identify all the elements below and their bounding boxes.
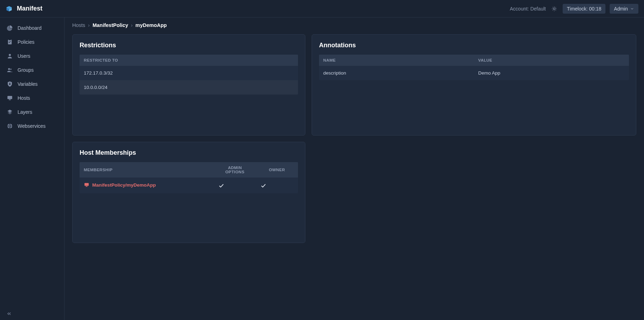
table-header: NAME (319, 55, 474, 66)
sidebar-item-label: Variables (18, 81, 38, 87)
sidebar-collapse-button[interactable] (0, 307, 64, 320)
breadcrumb-policy[interactable]: ManifestPolicy (93, 22, 128, 28)
sidebar-item-label: Layers (18, 109, 32, 115)
svg-rect-16 (9, 100, 11, 100)
sidebar-item-groups[interactable]: Groups (0, 63, 64, 77)
logo-icon (6, 5, 13, 12)
table-row: 10.0.0.0/24 (80, 80, 298, 95)
chevron-down-icon (630, 7, 634, 11)
layers-icon (6, 109, 13, 116)
annotations-card: Annotations NAME VALUE description (312, 34, 636, 135)
sidebar-item-hosts[interactable]: Hosts (0, 91, 64, 105)
breadcrumb: Hosts › ManifestPolicy › myDemoApp (65, 18, 644, 33)
table-header: MEMBERSHIP (80, 162, 214, 178)
check-icon (260, 182, 294, 189)
svg-point-12 (8, 68, 10, 70)
breadcrumb-current: myDemoApp (135, 22, 167, 28)
svg-rect-20 (86, 186, 87, 187)
brand[interactable]: Manifest (6, 5, 42, 12)
chevron-right-icon: › (88, 22, 90, 28)
card-title: Host Memberships (80, 149, 298, 156)
theme-toggle-button[interactable] (550, 5, 558, 13)
sidebar: Dashboard Policies Users Groups Variable… (0, 18, 65, 320)
sidebar-item-label: Dashboard (18, 25, 42, 31)
timelock-badge[interactable]: Timelock: 00:18 (563, 4, 605, 14)
sidebar-item-label: Users (18, 53, 30, 59)
svg-rect-15 (7, 96, 12, 99)
sidebar-item-layers[interactable]: Layers (0, 105, 64, 119)
table-header: ADMIN OPTIONS (214, 162, 256, 178)
chevron-right-icon: › (131, 22, 133, 28)
pie-chart-icon (6, 25, 13, 32)
annotations-table: NAME VALUE description Demo App (319, 55, 629, 80)
monitor-icon (6, 95, 13, 102)
svg-rect-14 (9, 84, 11, 85)
timelock-label: Timelock: 00:18 (567, 6, 601, 12)
sidebar-item-label: Hosts (18, 95, 30, 101)
main-content: Hosts › ManifestPolicy › myDemoApp Restr… (65, 18, 644, 320)
sidebar-item-users[interactable]: Users (0, 49, 64, 63)
users-icon (6, 67, 13, 74)
table-row: 172.17.0.3/32 (80, 66, 298, 80)
svg-point-0 (553, 8, 555, 9)
restrictions-card: Restrictions RESTRICTED TO 172.17.0.3/32… (72, 34, 305, 135)
svg-rect-10 (9, 39, 11, 40)
svg-point-13 (10, 69, 12, 70)
restriction-value: 10.0.0.0/24 (80, 80, 298, 95)
svg-rect-17 (9, 99, 10, 100)
annotation-name: description (319, 66, 474, 80)
brand-name: Manifest (17, 5, 42, 12)
sidebar-item-webservices[interactable]: Webservices (0, 119, 64, 133)
sidebar-item-dashboard[interactable]: Dashboard (0, 21, 64, 35)
restrictions-table: RESTRICTED TO 172.17.0.3/32 10.0.0.0/24 (80, 55, 298, 95)
svg-line-4 (556, 10, 556, 10)
restriction-value: 172.17.0.3/32 (80, 66, 298, 80)
svg-rect-21 (86, 186, 87, 186)
table-header: OWNER (256, 162, 298, 178)
clipboard-icon (6, 39, 13, 46)
svg-rect-19 (84, 183, 89, 186)
membership-name: ManifestPolicy/myDemoApp (92, 182, 156, 188)
svg-point-11 (9, 54, 11, 56)
svg-line-8 (556, 7, 556, 7)
shield-lock-icon (6, 81, 13, 88)
card-title: Annotations (319, 42, 629, 49)
svg-line-3 (553, 7, 553, 7)
user-icon (6, 53, 13, 60)
chevron-double-left-icon (6, 311, 12, 316)
table-row: description Demo App (319, 66, 629, 80)
globe-icon (6, 123, 13, 130)
table-header: RESTRICTED TO (80, 55, 298, 66)
check-icon (218, 182, 252, 189)
sidebar-item-label: Webservices (18, 123, 46, 129)
sidebar-item-variables[interactable]: Variables (0, 77, 64, 91)
monitor-icon (84, 182, 89, 188)
host-memberships-card: Host Memberships MEMBERSHIP ADMIN OPTION… (72, 142, 305, 243)
annotation-value: Demo App (474, 66, 629, 80)
user-menu-button[interactable]: Admin (610, 4, 638, 14)
card-title: Restrictions (80, 42, 298, 49)
table-header: VALUE (474, 55, 629, 66)
account-label: Account: Default (510, 6, 546, 12)
user-label: Admin (614, 6, 628, 12)
memberships-table: MEMBERSHIP ADMIN OPTIONS OWNER (80, 162, 298, 193)
table-row: ManifestPolicy/myDemoApp (80, 178, 298, 193)
topbar: Manifest Account: Default Timelock: 00:1… (0, 0, 644, 18)
sidebar-item-policies[interactable]: Policies (0, 35, 64, 49)
sidebar-item-label: Policies (18, 39, 34, 45)
svg-line-7 (553, 10, 553, 10)
breadcrumb-root[interactable]: Hosts (72, 22, 85, 28)
sidebar-item-label: Groups (18, 67, 34, 73)
membership-link[interactable]: ManifestPolicy/myDemoApp (84, 182, 156, 188)
